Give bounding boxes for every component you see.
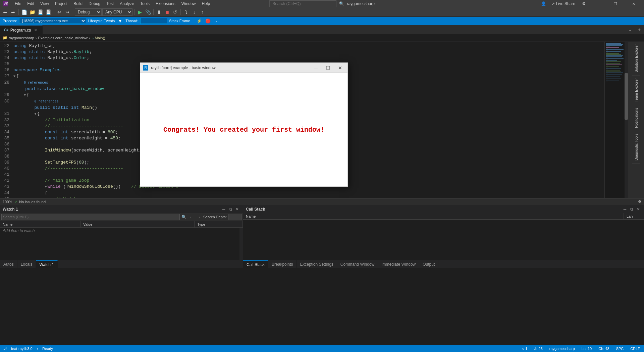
watch-body: Add item to watch bbox=[0, 228, 243, 260]
debug-config-dropdown[interactable]: Debug bbox=[75, 8, 102, 16]
restore-button[interactable]: ❐ bbox=[608, 0, 623, 7]
menu-project[interactable]: Project bbox=[52, 1, 70, 7]
remote-name[interactable]: raygamecsharp bbox=[548, 347, 576, 351]
tab-callstack[interactable]: Call Stack bbox=[243, 260, 268, 268]
spc-indicator[interactable]: SPC bbox=[615, 347, 625, 351]
step-over-button[interactable]: ⤵ bbox=[182, 8, 190, 16]
tab-immediate-window[interactable]: Immediate Window bbox=[378, 260, 419, 268]
save-all-button[interactable]: 💾 bbox=[45, 8, 52, 16]
step-out-button[interactable]: ↑ bbox=[199, 8, 206, 16]
new-tab-button[interactable]: + bbox=[635, 25, 644, 34]
team-explorer-panel[interactable]: Team Explorer bbox=[632, 76, 640, 105]
exception-btn[interactable]: ⚡ bbox=[196, 17, 203, 24]
back-button[interactable]: ⬅ bbox=[1, 8, 9, 16]
open-file-button[interactable]: 📁 bbox=[29, 8, 36, 16]
ch-indicator[interactable]: Ch: 48 bbox=[597, 347, 610, 351]
tab-icon: C# bbox=[4, 28, 8, 32]
warning-count[interactable]: ⚠ 26 bbox=[533, 347, 544, 351]
menu-build[interactable]: Build bbox=[71, 1, 85, 7]
watch-depth-input[interactable] bbox=[228, 214, 241, 220]
branch-icon: ⎇ bbox=[3, 347, 7, 351]
lifecycle-dropdown-btn[interactable]: ▼ bbox=[117, 17, 123, 24]
restart-button[interactable]: ↺ bbox=[171, 8, 179, 16]
error-count[interactable]: ⨉ 1 bbox=[521, 347, 529, 351]
crlf-indicator[interactable]: CRLF bbox=[629, 347, 641, 351]
thread-input[interactable] bbox=[140, 18, 167, 24]
title-text: raygamecsharp bbox=[347, 1, 375, 6]
filter-icon[interactable]: ⚙ bbox=[638, 200, 641, 204]
tab-watch1[interactable]: Watch 1 bbox=[36, 260, 58, 268]
tab-list-button[interactable]: ⌄ bbox=[625, 25, 635, 34]
menu-edit[interactable]: Edit bbox=[24, 1, 37, 7]
watch-panel-header: Watch 1 ─ ⧉ ✕ bbox=[0, 205, 243, 213]
watch-nav-forward[interactable]: → bbox=[196, 214, 202, 220]
callstack-minimize-button[interactable]: ─ bbox=[622, 206, 628, 212]
pause-button[interactable]: ⏸ bbox=[155, 8, 163, 16]
watch-search-input[interactable] bbox=[1, 214, 180, 220]
watch-close-button[interactable]: ✕ bbox=[234, 206, 240, 212]
watch-search-icon[interactable]: 🔍 bbox=[181, 214, 187, 220]
watch-scrollbar[interactable] bbox=[239, 228, 243, 260]
notifications-panel[interactable]: Notifications bbox=[632, 105, 640, 131]
menu-tools[interactable]: Tools bbox=[138, 1, 152, 7]
settings-icon[interactable]: ⚙ bbox=[581, 1, 587, 6]
attach-button[interactable]: 📎 bbox=[144, 8, 152, 16]
menu-analyze[interactable]: Analyze bbox=[117, 1, 137, 7]
redo-button[interactable]: ↪ bbox=[64, 8, 71, 16]
bc-part2[interactable]: Examples.core_basic_window bbox=[38, 36, 88, 40]
search-input[interactable] bbox=[269, 0, 336, 7]
diagnostic-tools-panel[interactable]: Diagnostic Tools bbox=[632, 131, 640, 164]
save-button[interactable]: 💾 bbox=[37, 8, 44, 16]
zoom-display[interactable]: 100% bbox=[3, 200, 12, 204]
cpu-config-dropdown[interactable]: Any CPU bbox=[102, 8, 132, 16]
menu-debug[interactable]: Debug bbox=[86, 1, 103, 7]
tab-autos[interactable]: Autos bbox=[0, 260, 17, 268]
callstack-float-button[interactable]: ⧉ bbox=[629, 206, 635, 212]
step-into-button[interactable]: ↓ bbox=[191, 8, 198, 16]
tab-program-cs[interactable]: C# Program.cs ✕ bbox=[0, 26, 43, 34]
watch-header-buttons: ─ ⧉ ✕ bbox=[221, 206, 240, 212]
watch-minimize-button[interactable]: ─ bbox=[221, 206, 227, 212]
undo-button[interactable]: ↩ bbox=[56, 8, 63, 16]
search-depth-label: Search Depth: bbox=[203, 215, 227, 219]
tab-close-button[interactable]: ✕ bbox=[33, 28, 38, 33]
debug-toolbar: Process: [18296] raygamecsharp.exe Lifec… bbox=[0, 17, 644, 25]
ln-indicator[interactable]: Ln: 10 bbox=[580, 347, 593, 351]
editor-scrollbar[interactable] bbox=[625, 42, 628, 198]
menu-window[interactable]: Window bbox=[179, 1, 199, 7]
branch-name[interactable]: feat-raylib3.0 bbox=[10, 347, 34, 351]
watch-add-item[interactable]: Add item to watch bbox=[0, 228, 243, 234]
menu-extensions[interactable]: Extensions bbox=[153, 1, 178, 7]
stop-button[interactable]: ⏹ bbox=[163, 8, 171, 16]
watch-float-button[interactable]: ⧉ bbox=[227, 206, 233, 212]
watch-nav-back[interactable]: ← bbox=[189, 214, 195, 220]
tab-exception-settings[interactable]: Exception Settings bbox=[297, 260, 337, 268]
tab-output[interactable]: Output bbox=[419, 260, 438, 268]
code-line: 45 // Update bbox=[0, 196, 604, 198]
tab-command-window[interactable]: Command Window bbox=[337, 260, 378, 268]
breakpoints-btn[interactable]: 🔴 bbox=[205, 17, 211, 24]
menu-view[interactable]: View bbox=[38, 1, 52, 7]
fw-restore-button[interactable]: ❐ bbox=[323, 64, 333, 72]
fw-minimize-button[interactable]: ─ bbox=[311, 64, 321, 72]
tab-locals[interactable]: Locals bbox=[17, 260, 36, 268]
more-dbg-btn[interactable]: ⋯ bbox=[213, 17, 220, 24]
process-dropdown[interactable]: [18296] raygamecsharp.exe bbox=[19, 18, 86, 24]
tab-breakpoints[interactable]: Breakpoints bbox=[268, 260, 297, 268]
menu-test[interactable]: Test bbox=[104, 1, 116, 7]
menu-help[interactable]: Help bbox=[199, 1, 213, 7]
forward-button[interactable]: ➡ bbox=[9, 8, 17, 16]
solution-explorer-panel[interactable]: Solution Explorer bbox=[632, 42, 640, 76]
new-file-button[interactable]: 📄 bbox=[20, 8, 28, 16]
minimize-button[interactable]: ─ bbox=[590, 0, 605, 7]
watch-value-col: Value bbox=[80, 221, 195, 227]
callstack-close-button[interactable]: ✕ bbox=[635, 206, 641, 212]
close-button[interactable]: ✕ bbox=[626, 0, 641, 7]
live-share-button[interactable]: ↗ Live Share bbox=[549, 1, 578, 7]
bc-part1[interactable]: raygamecsharp bbox=[9, 36, 34, 40]
start-button[interactable]: ▶ bbox=[136, 8, 144, 16]
bc-sep1: › bbox=[36, 36, 37, 40]
fw-close-button[interactable]: ✕ bbox=[335, 64, 345, 72]
bc-part3[interactable]: ⬦ Main() bbox=[92, 36, 105, 40]
menu-file[interactable]: File bbox=[12, 1, 24, 7]
